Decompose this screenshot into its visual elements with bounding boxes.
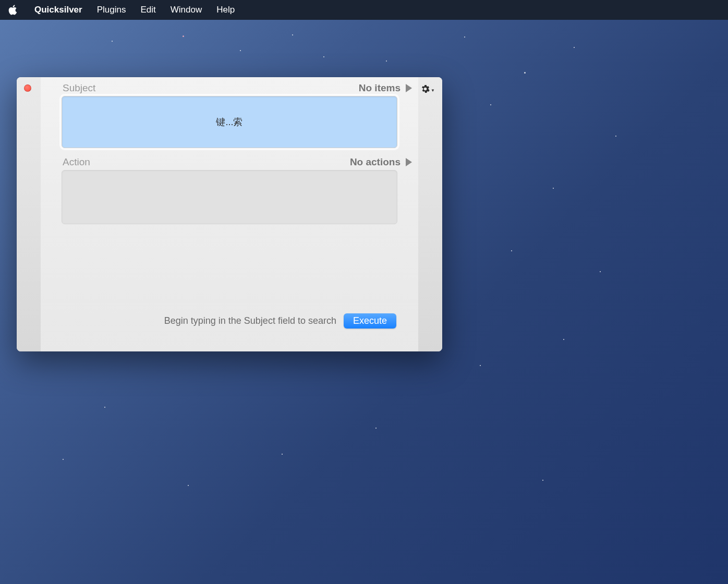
chevron-down-icon: ▼ — [431, 88, 435, 93]
quicksilver-window: ▼ Subject No items 键...索 Action No actio… — [17, 77, 442, 351]
menu-window[interactable]: Window — [163, 5, 209, 15]
menu-edit[interactable]: Edit — [133, 5, 163, 15]
footer-hint: Begin typing in the Subject field to sea… — [164, 315, 336, 326]
close-button[interactable] — [24, 84, 31, 92]
menubar: Quicksilver Plugins Edit Window Help — [0, 0, 728, 20]
apple-menu-icon[interactable] — [8, 5, 18, 15]
subject-field-text: 键...索 — [216, 116, 242, 128]
subject-field[interactable]: 键...索 — [62, 96, 397, 148]
triangle-right-icon — [406, 158, 412, 166]
right-gutter — [418, 77, 442, 351]
settings-menu-button[interactable]: ▼ — [419, 82, 437, 98]
subject-status-text: No items — [359, 82, 401, 94]
action-status-text: No actions — [350, 156, 401, 168]
left-gutter — [17, 77, 41, 351]
action-field[interactable] — [62, 170, 397, 224]
gear-icon — [421, 84, 430, 96]
menu-plugins[interactable]: Plugins — [90, 5, 134, 15]
subject-label: Subject — [63, 82, 95, 94]
menu-help[interactable]: Help — [209, 5, 242, 15]
subject-header: Subject No items — [63, 82, 396, 94]
menu-app[interactable]: Quicksilver — [27, 5, 90, 15]
action-header: Action No actions — [63, 156, 396, 168]
triangle-right-icon — [406, 84, 412, 92]
subject-status[interactable]: No items — [359, 82, 412, 94]
action-label: Action — [63, 156, 90, 168]
execute-button[interactable]: Execute — [344, 313, 396, 328]
action-status[interactable]: No actions — [350, 156, 412, 168]
